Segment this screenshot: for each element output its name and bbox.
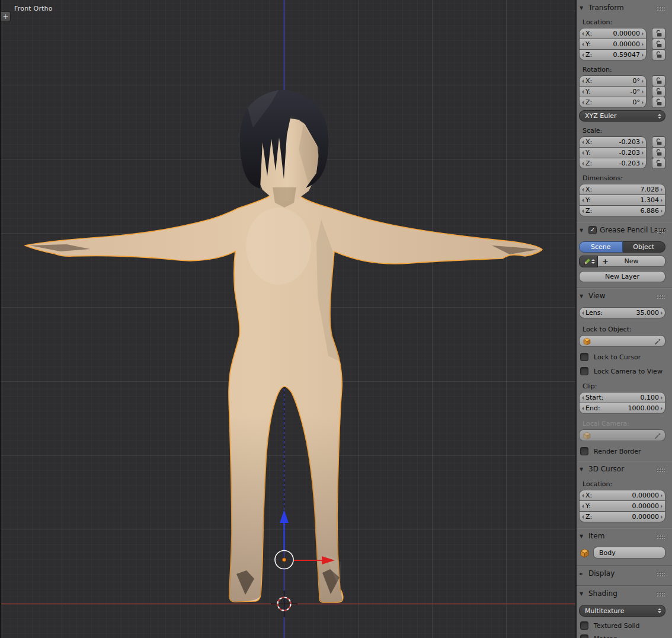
increment-icon[interactable] bbox=[642, 90, 644, 94]
decrement-icon[interactable] bbox=[582, 505, 584, 508]
scale-z-field[interactable]: Z:-0.203 bbox=[579, 158, 647, 169]
cursor-x-field[interactable]: X:0.00000 bbox=[579, 490, 665, 501]
increment-icon[interactable] bbox=[642, 43, 644, 46]
decrement-icon[interactable] bbox=[582, 32, 584, 36]
decrement-icon[interactable] bbox=[582, 396, 584, 400]
object-name-field[interactable]: Body bbox=[593, 547, 665, 559]
increment-icon[interactable] bbox=[642, 141, 644, 144]
gp-source-object-tab[interactable]: Object bbox=[623, 241, 666, 253]
drag-dots-icon[interactable] bbox=[656, 6, 665, 11]
decrement-icon[interactable] bbox=[582, 188, 584, 192]
decrement-icon[interactable] bbox=[582, 162, 584, 165]
dimensions-x-field[interactable]: X:7.028 bbox=[579, 184, 665, 195]
3d-cursor[interactable] bbox=[271, 591, 297, 617]
lock-scale-z-button[interactable] bbox=[652, 158, 665, 169]
clip-end-field[interactable]: End:1000.000 bbox=[579, 403, 665, 414]
increment-icon[interactable] bbox=[661, 199, 663, 202]
increment-icon[interactable] bbox=[661, 311, 663, 315]
panel-header-item[interactable]: ▼ Item bbox=[580, 531, 665, 541]
drag-dots-icon[interactable] bbox=[656, 467, 665, 472]
cursor-y-field[interactable]: Y:0.00000 bbox=[579, 500, 665, 512]
location-y-field[interactable]: Y:0.00000 bbox=[579, 39, 647, 50]
rotation-x-field[interactable]: X:0° bbox=[579, 75, 647, 87]
increment-icon[interactable] bbox=[661, 494, 663, 497]
matcap-checkbox[interactable] bbox=[580, 634, 588, 638]
eyedropper-icon[interactable] bbox=[654, 337, 661, 344]
lock-to-cursor-row[interactable]: Lock to Cursor bbox=[580, 353, 665, 361]
drag-dots-icon[interactable] bbox=[656, 534, 665, 539]
decrement-icon[interactable] bbox=[582, 199, 584, 202]
lock-rotation-y-button[interactable] bbox=[652, 86, 665, 97]
decrement-icon[interactable] bbox=[582, 209, 584, 213]
gp-new-button[interactable]: + New bbox=[598, 256, 665, 267]
lock-to-object-field[interactable] bbox=[579, 335, 665, 347]
location-x-field[interactable]: X:0.00000 bbox=[579, 28, 647, 39]
clip-start-field[interactable]: Start:0.100 bbox=[579, 392, 665, 403]
dimensions-y-field[interactable]: Y:1.304 bbox=[579, 194, 665, 206]
increment-icon[interactable] bbox=[642, 162, 644, 165]
lock-location-z-button[interactable] bbox=[652, 49, 665, 60]
cursor-z-field[interactable]: Z:0.00000 bbox=[579, 511, 665, 522]
gizmo-z-arrow[interactable] bbox=[280, 510, 289, 523]
textured-solid-checkbox[interactable] bbox=[580, 621, 588, 630]
panel-header-view[interactable]: ▼ View bbox=[580, 291, 665, 301]
3d-viewport[interactable]: Front Ortho + bbox=[0, 0, 575, 638]
drag-dots-icon[interactable] bbox=[656, 592, 665, 596]
increment-icon[interactable] bbox=[661, 209, 663, 213]
lens-field[interactable]: Lens:35.000 bbox=[579, 307, 665, 318]
scale-x-field[interactable]: X:-0.203 bbox=[579, 136, 647, 148]
gp-data-dropdown[interactable] bbox=[579, 256, 598, 267]
increment-icon[interactable] bbox=[642, 32, 644, 36]
lock-camera-checkbox[interactable] bbox=[580, 367, 588, 375]
increment-icon[interactable] bbox=[661, 407, 663, 410]
scale-y-field[interactable]: Y:-0.203 bbox=[579, 147, 647, 158]
panel-header-3d-cursor[interactable]: ▼ 3D Cursor bbox=[580, 464, 665, 474]
drag-dots-icon[interactable] bbox=[656, 294, 665, 299]
decrement-icon[interactable] bbox=[582, 90, 584, 94]
decrement-icon[interactable] bbox=[582, 101, 584, 104]
decrement-icon[interactable] bbox=[582, 311, 584, 315]
increment-icon[interactable] bbox=[642, 151, 644, 155]
lock-to-cursor-checkbox[interactable] bbox=[580, 353, 588, 361]
gp-source-scene-tab[interactable]: Scene bbox=[579, 241, 623, 253]
location-z-field[interactable]: Z:0.59047 bbox=[579, 49, 647, 60]
decrement-icon[interactable] bbox=[582, 79, 584, 83]
increment-icon[interactable] bbox=[661, 505, 663, 508]
new-layer-button[interactable]: New Layer bbox=[579, 271, 665, 282]
decrement-icon[interactable] bbox=[582, 53, 584, 57]
increment-icon[interactable] bbox=[642, 101, 644, 104]
increment-icon[interactable] bbox=[642, 53, 644, 57]
drag-dots-icon[interactable] bbox=[656, 572, 665, 576]
shading-mode-dropdown[interactable]: Multitexture bbox=[579, 605, 665, 617]
rotation-y-field[interactable]: Y:-0° bbox=[579, 86, 647, 97]
lock-scale-y-button[interactable] bbox=[652, 147, 665, 158]
decrement-icon[interactable] bbox=[582, 515, 584, 519]
grease-pencil-checkbox[interactable]: ✓ bbox=[588, 226, 597, 234]
render-border-checkbox[interactable] bbox=[580, 447, 588, 455]
panel-header-shading[interactable]: ▼ Shading bbox=[580, 588, 665, 599]
dimensions-z-field[interactable]: Z:6.886 bbox=[579, 205, 665, 216]
panel-header-transform[interactable]: ▼ Transform bbox=[580, 2, 665, 13]
eyedropper-icon[interactable] bbox=[654, 432, 661, 439]
increment-icon[interactable] bbox=[661, 396, 663, 400]
increment-icon[interactable] bbox=[661, 188, 663, 192]
decrement-icon[interactable] bbox=[582, 43, 584, 46]
rotation-mode-dropdown[interactable]: XYZ Euler bbox=[579, 110, 665, 122]
decrement-icon[interactable] bbox=[582, 494, 584, 497]
drag-dots-icon[interactable] bbox=[656, 228, 665, 233]
decrement-icon[interactable] bbox=[582, 141, 584, 144]
decrement-icon[interactable] bbox=[582, 151, 584, 155]
local-camera-field[interactable] bbox=[579, 429, 665, 441]
lock-rotation-z-button[interactable] bbox=[652, 97, 665, 108]
region-expand-button[interactable]: + bbox=[1, 11, 11, 22]
increment-icon[interactable] bbox=[642, 79, 644, 83]
increment-icon[interactable] bbox=[661, 515, 663, 519]
lock-scale-x-button[interactable] bbox=[652, 136, 665, 148]
lock-location-x-button[interactable] bbox=[652, 28, 665, 39]
rotation-z-field[interactable]: Z:0° bbox=[579, 97, 647, 108]
lock-location-y-button[interactable] bbox=[652, 39, 665, 50]
matcap-row[interactable]: Matcap bbox=[580, 634, 665, 638]
lock-camera-row[interactable]: Lock Camera to View bbox=[580, 367, 665, 375]
panel-header-grease-pencil[interactable]: ▼ ✓ Grease Pencil Layers bbox=[580, 225, 665, 235]
panel-header-display[interactable]: ► Display bbox=[580, 568, 665, 579]
